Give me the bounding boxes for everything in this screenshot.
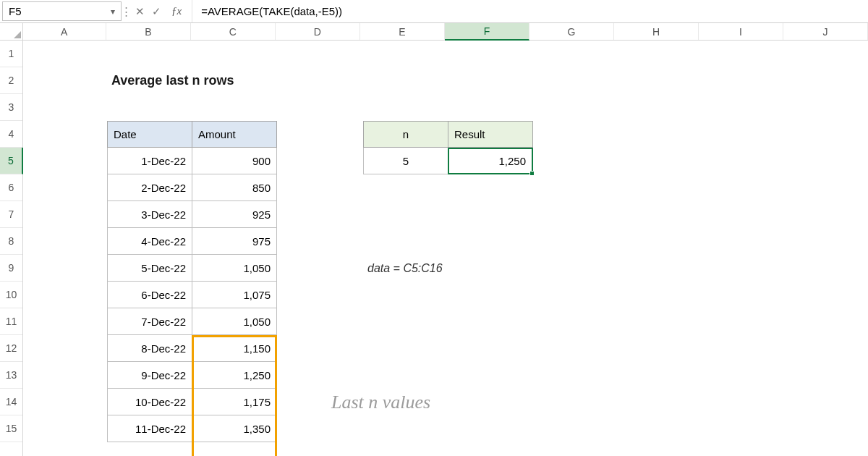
select-all-corner[interactable] [0,23,23,40]
col-header-B[interactable]: B [106,23,191,40]
title-cell[interactable]: Average last n rows [107,67,324,94]
row-header-4[interactable]: 4 [0,121,22,148]
cancel-icon[interactable]: ✕ [135,5,145,18]
col-header-I[interactable]: I [699,23,783,40]
cells-area[interactable]: Average last n rows Date Amount 1-Dec-22… [23,41,868,456]
col-header-C[interactable]: C [191,23,276,40]
cell-date-3[interactable]: 3-Dec-22 [107,201,192,228]
cell-date-10[interactable]: 10-Dec-22 [107,389,192,415]
cell-date-7[interactable]: 7-Dec-22 [107,308,192,335]
cell-date-2[interactable]: 2-Dec-22 [107,174,192,201]
col-header-A[interactable]: A [23,23,106,40]
row-header-11[interactable]: 11 [0,308,22,335]
cell-amount-10[interactable]: 1,175 [192,389,277,415]
col-header-H[interactable]: H [614,23,699,40]
cell-amount-4[interactable]: 975 [192,228,277,255]
formula-input[interactable]: =AVERAGE(TAKE(data,-E5)) [192,0,868,22]
name-box-value: F5 [9,5,22,17]
enter-icon[interactable]: ✓ [152,5,161,18]
col-header-J[interactable]: J [783,23,868,40]
cell-amount-8[interactable]: 1,150 [192,335,277,362]
cell-amount-3[interactable]: 925 [192,201,277,228]
row-header-1[interactable]: 1 [0,41,22,67]
name-box[interactable]: F5 ▾ [2,1,122,21]
header-date[interactable]: Date [107,121,192,148]
row-header-3[interactable]: 3 [0,94,22,121]
row-header-2[interactable]: 2 [0,67,22,94]
cell-date-9[interactable]: 9-Dec-22 [107,362,192,389]
note-last-n-values: Last n values [327,384,515,421]
cell-date-4[interactable]: 4-Dec-22 [107,228,192,255]
row-header-12[interactable]: 12 [0,335,22,362]
note-data-definition: data = C5:C16 [363,255,529,282]
row-header-15[interactable]: 15 [0,415,22,442]
cell-amount-6[interactable]: 1,075 [192,282,277,308]
row-header-13[interactable]: 13 [0,362,22,389]
formula-bar: F5 ▾ ⋮ ✕ ✓ ƒx =AVERAGE(TAKE(data,-E5)) [0,0,868,23]
cell-date-1[interactable]: 1-Dec-22 [107,148,192,174]
cell-amount-2[interactable]: 850 [192,174,277,201]
row-header-14[interactable]: 14 [0,389,22,415]
col-header-D[interactable]: D [276,23,360,40]
row-header-7[interactable]: 7 [0,201,22,228]
cell-n-value[interactable]: 5 [363,148,448,174]
row-header-9[interactable]: 9 [0,255,22,282]
cell-date-11[interactable]: 11-Dec-22 [107,415,192,442]
fill-handle-icon[interactable] [529,171,535,176]
row-header-5[interactable]: 5 [0,148,23,174]
header-n[interactable]: n [363,121,448,148]
col-header-G[interactable]: G [529,23,614,40]
cell-date-8[interactable]: 8-Dec-22 [107,335,192,362]
chevron-down-icon[interactable]: ▾ [111,7,115,17]
formula-bar-buttons: ✕ ✓ ƒx [128,0,192,22]
header-result[interactable]: Result [448,121,533,148]
row-headers: 1 2 3 4 5 6 7 8 9 10 11 12 13 14 15 [0,41,23,456]
cell-date-6[interactable]: 6-Dec-22 [107,282,192,308]
cell-amount-7[interactable]: 1,050 [192,308,277,335]
cell-amount-1[interactable]: 900 [192,148,277,174]
row-header-8[interactable]: 8 [0,228,22,255]
row-header-10[interactable]: 10 [0,282,22,308]
header-amount[interactable]: Amount [192,121,277,148]
cell-amount-5[interactable]: 1,050 [192,255,277,282]
column-headers: A B C D E F G H I J [0,23,868,41]
formula-text: =AVERAGE(TAKE(data,-E5)) [201,5,342,17]
row-header-6[interactable]: 6 [0,174,22,201]
cell-amount-11[interactable]: 1,350 [192,415,277,442]
result-text: 1,250 [498,155,526,167]
cell-amount-9[interactable]: 1,250 [192,362,277,389]
fx-icon[interactable]: ƒx [169,5,184,17]
col-header-E[interactable]: E [360,23,445,40]
cell-date-5[interactable]: 5-Dec-22 [107,255,192,282]
col-header-F[interactable]: F [445,23,529,41]
cell-result-value[interactable]: 1,250 [448,148,533,174]
